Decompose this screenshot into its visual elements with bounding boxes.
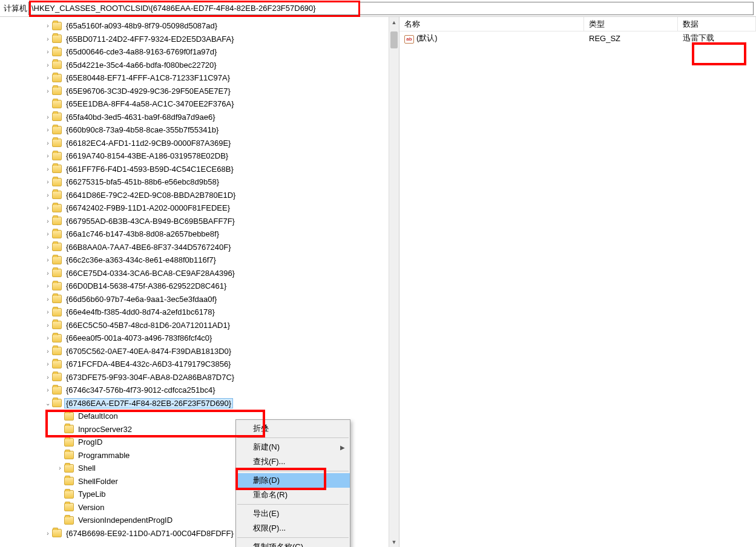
- expand-closed-icon[interactable]: ›: [44, 361, 52, 367]
- tree-item[interactable]: ›{66275315-bfa5-451b-88b6-e56ebc8d9b58}: [0, 175, 399, 189]
- expand-closed-icon[interactable]: ›: [44, 48, 52, 55]
- expand-closed-icon[interactable]: ›: [44, 22, 52, 29]
- tree-item-label: {67486EAA-ED7F-4F84-82EB-26F23F57D690}: [64, 398, 233, 408]
- tree-item[interactable]: ›{65fa40bd-3ed5-4631-ba9f-68df9a7d9ae6}: [0, 111, 399, 124]
- expand-closed-icon[interactable]: ›: [44, 322, 52, 329]
- menu-copy-key-name[interactable]: 复制项名称(C): [236, 540, 350, 547]
- expand-closed-icon[interactable]: ›: [44, 348, 52, 355]
- menu-find[interactable]: 查找(F)...: [236, 454, 350, 469]
- expand-closed-icon[interactable]: ›: [44, 179, 52, 185]
- tree-item[interactable]: ›{66a1c746-b147-43b8-8d08-a2657bebbe8f}: [0, 228, 399, 241]
- tree-item[interactable]: ›{6705C562-0AE7-40EA-8474-F39DAB1813D0}: [0, 345, 399, 358]
- menu-rename[interactable]: 重命名(R): [236, 488, 350, 502]
- value-row[interactable]: ab(默认) REG_SZ 迅雷下载: [399, 31, 756, 45]
- folder-icon: [52, 152, 62, 160]
- tree-item[interactable]: ›{660b90c8-73a9-4b58-8cae-355b7f55341b}: [0, 123, 399, 137]
- expand-closed-icon[interactable]: ›: [44, 244, 52, 251]
- folder-icon: [52, 399, 62, 407]
- tree-item[interactable]: ›{6619A740-8154-43BE-A186-0319578E02DB}: [0, 149, 399, 163]
- tree-item[interactable]: ›{66B8AA0A-7AA7-4BE6-8F37-344D5767240F}: [0, 241, 399, 254]
- tree-item[interactable]: ›{65E96706-3C3D-4929-9C36-29F50EA5E7E7}: [0, 85, 399, 98]
- tree-item[interactable]: ›{66742402-F9B9-11D1-A202-0000F81FEDEE}: [0, 201, 399, 215]
- folder-icon: [52, 386, 62, 395]
- folder-icon: [64, 425, 74, 433]
- folder-icon: [52, 217, 62, 225]
- tree-item[interactable]: ›{66EC5C50-45B7-48cd-81D6-20A712011AD1}: [0, 319, 399, 332]
- expand-closed-icon[interactable]: ›: [44, 74, 52, 81]
- folder-icon: [64, 412, 74, 421]
- expand-closed-icon[interactable]: ›: [44, 530, 52, 537]
- expand-closed-icon[interactable]: ›: [44, 296, 52, 303]
- expand-closed-icon[interactable]: ›: [44, 309, 52, 315]
- address-prefix: 计算机: [2, 3, 28, 14]
- tree-item-label: {66182EC4-AFD1-11d2-9CB9-0000F87A369E}: [64, 138, 232, 148]
- expand-closed-icon[interactable]: ›: [44, 152, 52, 159]
- tree-item[interactable]: ›{66c2c36e-a363-434c-8e61-e488f0b116f7}: [0, 254, 399, 267]
- menu-export[interactable]: 导出(E): [236, 506, 350, 521]
- expand-closed-icon[interactable]: ›: [44, 88, 52, 94]
- expand-closed-icon[interactable]: ›: [44, 218, 52, 224]
- tree-item-label: Shell: [76, 463, 97, 473]
- scroll-down-button[interactable]: ▼: [389, 537, 399, 547]
- expand-closed-icon[interactable]: ›: [44, 270, 52, 277]
- expand-closed-icon[interactable]: ›: [44, 114, 52, 120]
- menu-permissions[interactable]: 权限(P)...: [236, 521, 350, 536]
- value-data: 迅雷下载: [683, 33, 714, 42]
- folder-icon: [64, 464, 74, 473]
- menu-separator: [237, 537, 349, 538]
- tree-scrollbar[interactable]: ▲ ▼: [389, 17, 399, 547]
- col-header-data[interactable]: 数据: [678, 17, 756, 31]
- expand-closed-icon[interactable]: ›: [44, 374, 52, 381]
- menu-collapse[interactable]: 折叠: [236, 421, 350, 436]
- menu-new[interactable]: 新建(N)▶: [236, 440, 350, 454]
- expand-closed-icon[interactable]: ›: [44, 192, 52, 198]
- scroll-up-button[interactable]: ▲: [389, 17, 399, 27]
- expand-open-icon[interactable]: ⌄: [44, 400, 52, 407]
- tree-item-label: {660b90c8-73a9-4b58-8cae-355b7f55341b}: [64, 125, 220, 135]
- expand-closed-icon[interactable]: ›: [44, 126, 52, 133]
- tree-item[interactable]: ›{66d56b60-97b7-4e6a-9aa1-3ec5e3fdaa0f}: [0, 293, 399, 306]
- expand-closed-icon[interactable]: ›: [44, 205, 52, 211]
- expand-closed-icon[interactable]: ›: [44, 231, 52, 237]
- tree-item[interactable]: ›{65BD0711-24D2-4FF7-9324-ED2E5D3ABAFA}: [0, 33, 399, 46]
- expand-none-icon: ·: [56, 413, 64, 419]
- tree-item[interactable]: ›{6641D86E-79C2-42ED-9C08-BBDA2B780E1D}: [0, 189, 399, 202]
- tree-item[interactable]: ›{66e4e4fb-f385-4dd0-8d74-a2efd1bc6178}: [0, 306, 399, 319]
- expand-closed-icon[interactable]: ›: [44, 283, 52, 289]
- expand-closed-icon[interactable]: ›: [44, 62, 52, 68]
- expand-closed-icon[interactable]: ›: [44, 335, 52, 341]
- expand-closed-icon[interactable]: ›: [44, 387, 52, 393]
- tree-item[interactable]: ›{66D0DB14-5638-475f-A386-629522D8C461}: [0, 280, 399, 293]
- tree-item[interactable]: ›{6746c347-576b-4f73-9012-cdfcca251bc4}: [0, 384, 399, 397]
- expand-closed-icon[interactable]: ›: [44, 257, 52, 263]
- value-name-cell: ab(默认): [399, 33, 584, 44]
- folder-icon: [52, 74, 62, 82]
- tree-item[interactable]: ›{65d4221e-35c4-4a66-bdfa-f080bec22720}: [0, 59, 399, 72]
- folder-icon: [52, 230, 62, 238]
- tree-item[interactable]: ›{66182EC4-AFD1-11d2-9CB9-0000F87A369E}: [0, 137, 399, 150]
- scroll-thumb[interactable]: [390, 31, 398, 48]
- tree-item[interactable]: ›{65E80448-EF71-4FFF-A1C8-71233F11C97A}: [0, 71, 399, 85]
- expand-closed-icon[interactable]: ›: [44, 140, 52, 146]
- tree-pane: ›{65a5160f-a093-48b9-8f79-05098d5087ad}›…: [0, 17, 399, 547]
- tree-item[interactable]: ›{671FCFDA-4BE4-432c-A6D3-4179179C3856}: [0, 358, 399, 371]
- tree-item[interactable]: ›{673DFE75-9F93-304F-ABA8-D2A86BA87D7C}: [0, 371, 399, 384]
- tree-item[interactable]: ›{66eea0f5-001a-4073-a496-783f86fcf4c0}: [0, 332, 399, 345]
- expand-closed-icon[interactable]: ›: [44, 166, 52, 172]
- tree-item[interactable]: ·{65EE1DBA-8FF4-4a58-AC1C-3470EE2F376A}: [0, 97, 399, 111]
- menu-separator: [237, 504, 349, 505]
- tree-item[interactable]: ›{65d00646-cde3-4a88-9163-6769f0f1a97d}: [0, 45, 399, 59]
- tree-item[interactable]: ›{661FF7F6-F4D1-4593-B59D-4C54C1ECE68B}: [0, 163, 399, 176]
- tree-item-label: {66a1c746-b147-43b8-8d08-a2657bebbe8f}: [64, 229, 221, 239]
- menu-delete[interactable]: 删除(D): [236, 473, 350, 488]
- tree-item-label: {65E96706-3C3D-4929-9C36-29F50EA5E7E7}: [64, 86, 232, 96]
- address-input[interactable]: [28, 2, 754, 15]
- col-header-name[interactable]: 名称: [399, 17, 584, 31]
- expand-closed-icon[interactable]: ›: [44, 36, 52, 42]
- col-header-type[interactable]: 类型: [584, 17, 678, 31]
- expand-closed-icon[interactable]: ›: [56, 465, 64, 471]
- tree-item[interactable]: ›{667955AD-6B3B-43CA-B949-BC69B5BAFF7F}: [0, 215, 399, 228]
- tree-item[interactable]: ›{66CE75D4-0334-3CA6-BCA8-CE9AF28A4396}: [0, 267, 399, 280]
- tree-item[interactable]: ›{65a5160f-a093-48b9-8f79-05098d5087ad}: [0, 19, 399, 33]
- tree-item[interactable]: ⌄{67486EAA-ED7F-4F84-82EB-26F23F57D690}: [0, 397, 399, 410]
